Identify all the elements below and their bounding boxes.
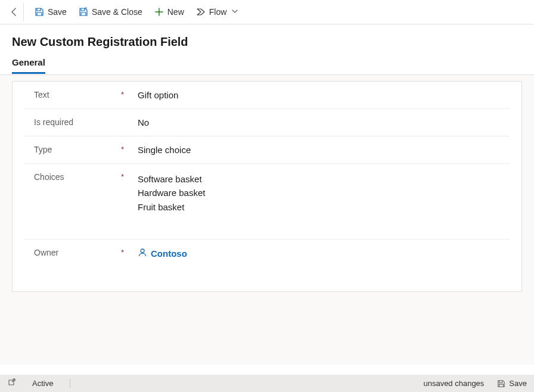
unsaved-indicator: unsaved changes: [423, 379, 484, 388]
required-marker: *: [121, 172, 131, 181]
required-marker: *: [121, 248, 131, 257]
form-header: New Custom Registration Field General: [0, 24, 534, 75]
status-save-button[interactable]: Save: [497, 379, 527, 388]
required-marker: *: [121, 145, 131, 154]
flow-icon: [196, 7, 206, 17]
form-scroll-area[interactable]: Text * Gift option Is required No Type *…: [0, 75, 534, 365]
save-close-button[interactable]: Save & Close: [73, 2, 148, 21]
field-label: Owner: [34, 248, 121, 257]
field-value[interactable]: Single choice: [131, 145, 510, 155]
new-button[interactable]: New: [148, 2, 190, 21]
choice-line: Fruit basket: [138, 200, 510, 214]
field-value[interactable]: Software basket Hardware basket Fruit ba…: [131, 172, 510, 214]
save-label: Save: [48, 7, 67, 17]
field-label: Type: [34, 145, 121, 154]
person-icon: [138, 248, 147, 259]
field-value-lookup[interactable]: Contoso: [131, 248, 510, 259]
back-arrow-icon: [10, 7, 19, 17]
save-button[interactable]: Save: [29, 2, 73, 21]
plus-icon: [154, 7, 164, 17]
field-value[interactable]: No: [131, 117, 510, 127]
save-icon: [497, 379, 505, 388]
new-label: New: [167, 7, 184, 17]
field-is-required[interactable]: Is required No: [24, 109, 510, 136]
svg-point-0: [141, 249, 144, 253]
field-choices[interactable]: Choices * Software basket Hardware baske…: [24, 164, 510, 239]
choice-line: Hardware basket: [138, 186, 510, 200]
form-card: Text * Gift option Is required No Type *…: [12, 81, 522, 292]
page-title: New Custom Registration Field: [12, 35, 522, 49]
tab-general[interactable]: General: [12, 57, 45, 74]
separator: [70, 379, 70, 388]
field-owner[interactable]: Owner * Contoso: [24, 239, 510, 267]
status-state: Active: [32, 379, 53, 388]
field-label: Is required: [34, 117, 121, 127]
field-value[interactable]: Gift option: [131, 90, 510, 100]
choice-line: Software basket: [138, 172, 510, 186]
save-close-icon: [79, 7, 88, 17]
tab-list: General: [12, 57, 522, 74]
save-close-label: Save & Close: [92, 7, 142, 17]
save-icon: [35, 7, 44, 17]
flow-label: Flow: [209, 7, 227, 17]
flow-button[interactable]: Flow: [190, 2, 245, 21]
command-bar: Save Save & Close New Flow: [0, 0, 534, 24]
field-label: Text: [34, 90, 121, 99]
field-type[interactable]: Type * Single choice: [24, 136, 510, 164]
status-save-label: Save: [509, 379, 527, 388]
popout-icon[interactable]: [7, 378, 15, 388]
field-text[interactable]: Text * Gift option: [24, 82, 510, 109]
required-marker: *: [121, 90, 131, 99]
chevron-down-icon: [231, 7, 238, 17]
status-bar: Active unsaved changes Save: [0, 375, 534, 392]
field-label: Choices: [34, 172, 121, 182]
back-button[interactable]: [5, 2, 24, 21]
owner-name: Contoso: [151, 248, 187, 259]
